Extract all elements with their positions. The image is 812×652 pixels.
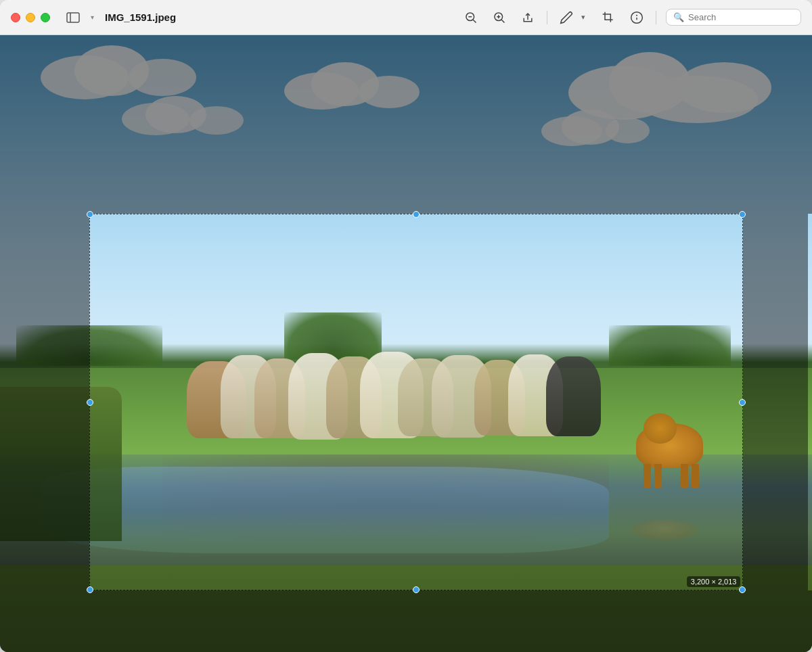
minimize-button[interactable]	[26, 13, 35, 22]
photo-content-area[interactable]: 3,200 × 2,013	[0, 35, 812, 652]
filename-title: IMG_1591.jpeg	[105, 11, 176, 23]
zoom-out-button[interactable]	[461, 8, 480, 27]
maximize-button[interactable]	[41, 13, 50, 22]
traffic-lights	[11, 13, 50, 22]
toolbar-actions: ▾ 🔍	[461, 8, 801, 27]
titlebar: ▾ IMG_1591.jpeg	[0, 0, 812, 35]
sidebar-toggle-button[interactable]	[64, 8, 83, 27]
dimension-label: 3,200 × 2,013	[687, 576, 741, 587]
annotate-chevron-button[interactable]: ▾	[577, 8, 589, 27]
close-button[interactable]	[11, 13, 20, 22]
dim-bottom	[0, 590, 812, 652]
search-box[interactable]: 🔍	[666, 9, 801, 26]
zoom-in-button[interactable]	[490, 8, 509, 27]
svg-line-6	[501, 20, 504, 22]
info-button[interactable]	[627, 8, 646, 27]
chevron-down-icon: ▾	[91, 14, 94, 21]
preview-window: ▾ IMG_1591.jpeg	[0, 0, 812, 652]
dim-left	[0, 214, 89, 590]
dim-right	[743, 214, 808, 590]
svg-line-3	[473, 20, 476, 22]
separator-1	[547, 11, 547, 24]
share-button[interactable]	[518, 8, 537, 27]
crop-overlay: 3,200 × 2,013	[0, 35, 812, 652]
crop-button[interactable]	[599, 8, 618, 27]
search-input[interactable]	[688, 12, 794, 22]
photo-container: 3,200 × 2,013	[0, 35, 812, 652]
annotate-button[interactable]	[557, 8, 576, 27]
crop-border	[89, 214, 743, 590]
svg-rect-0	[67, 13, 79, 22]
annotate-group: ▾	[557, 8, 589, 27]
search-icon: 🔍	[673, 12, 684, 22]
dim-top	[0, 35, 812, 214]
separator-2	[656, 11, 656, 24]
